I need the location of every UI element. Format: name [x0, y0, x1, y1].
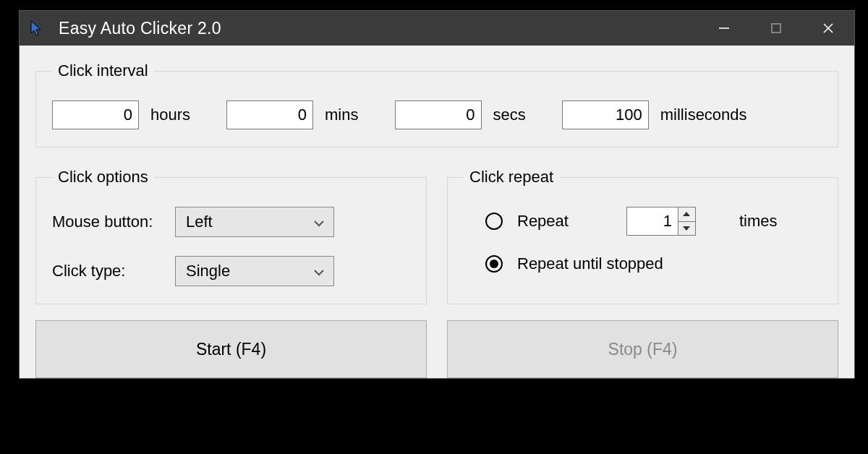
- mouse-button-label: Mouse button:: [52, 213, 175, 231]
- chevron-down-icon: [313, 213, 325, 231]
- cursor-icon: [30, 20, 46, 36]
- minimize-button[interactable]: [698, 11, 750, 46]
- stop-button[interactable]: Stop (F4): [447, 320, 838, 378]
- app-window: Easy Auto Clicker 2.0 Click interval hou…: [19, 10, 855, 379]
- titlebar: Easy Auto Clicker 2.0: [20, 11, 854, 46]
- hours-input[interactable]: [52, 100, 139, 129]
- client-area: Click interval hours mins secs milliseco…: [20, 46, 854, 378]
- repeat-until-stopped-radio[interactable]: [485, 255, 503, 273]
- svg-marker-0: [31, 21, 41, 35]
- click-repeat-group: Click repeat Repeat 1: [447, 168, 838, 304]
- mouse-button-select[interactable]: Left: [175, 207, 334, 237]
- ms-unit: milliseconds: [660, 106, 747, 124]
- click-type-label: Click type:: [52, 262, 175, 280]
- repeat-times-unit: times: [739, 212, 778, 231]
- secs-unit: secs: [493, 106, 526, 124]
- mins-unit: mins: [325, 106, 358, 124]
- chevron-down-icon: [313, 262, 325, 280]
- click-type-value: Single: [186, 262, 230, 280]
- repeat-times-value: 1: [627, 207, 678, 235]
- mouse-button-value: Left: [186, 213, 213, 231]
- ms-input[interactable]: [562, 100, 649, 129]
- click-options-group: Click options Mouse button: Left Click t…: [35, 168, 427, 304]
- click-type-select[interactable]: Single: [175, 256, 334, 286]
- click-interval-group: Click interval hours mins secs milliseco…: [35, 61, 838, 147]
- spinner-up-button[interactable]: [678, 207, 695, 221]
- repeat-until-stopped-label: Repeat until stopped: [517, 254, 663, 273]
- start-button[interactable]: Start (F4): [35, 320, 427, 378]
- click-options-legend: Click options: [52, 168, 154, 187]
- interval-row: hours mins secs milliseconds: [52, 100, 822, 129]
- svg-marker-5: [683, 212, 690, 216]
- hours-unit: hours: [150, 106, 190, 124]
- mins-input[interactable]: [226, 100, 313, 129]
- maximize-button[interactable]: [750, 11, 802, 46]
- click-interval-legend: Click interval: [52, 61, 154, 80]
- window-title: Easy Auto Clicker 2.0: [59, 19, 221, 38]
- click-repeat-legend: Click repeat: [464, 168, 559, 187]
- repeat-times-spinner[interactable]: 1: [626, 207, 696, 236]
- stop-button-label: Stop (F4): [608, 340, 678, 359]
- secs-input[interactable]: [395, 100, 482, 129]
- close-button[interactable]: [802, 11, 854, 46]
- svg-rect-2: [772, 24, 780, 33]
- spinner-down-button[interactable]: [678, 221, 695, 236]
- start-button-label: Start (F4): [196, 340, 266, 359]
- repeat-n-times-radio[interactable]: [485, 213, 503, 230]
- svg-marker-6: [683, 226, 690, 231]
- repeat-label: Repeat: [517, 212, 569, 231]
